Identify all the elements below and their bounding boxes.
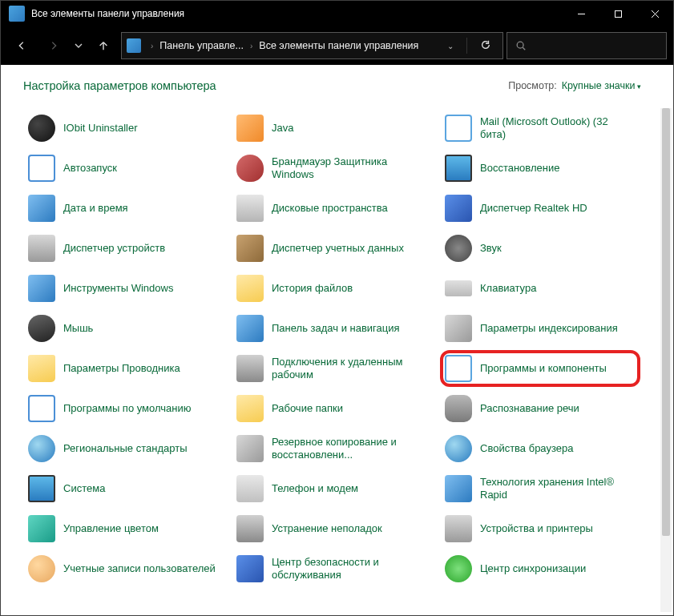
address-dropdown[interactable]: ⌄	[439, 42, 462, 50]
item-backup-restore-icon	[236, 435, 264, 462]
item-region[interactable]: Региональные стандарты	[23, 430, 224, 467]
item-device-manager[interactable]: Диспетчер устройств	[23, 230, 224, 267]
item-label: Java	[272, 122, 293, 135]
item-system-icon	[28, 475, 55, 502]
item-sound[interactable]: Звук	[440, 230, 640, 267]
item-troubleshooting[interactable]: Устранение неполадок	[232, 510, 432, 547]
item-label: Параметры индексирования	[480, 322, 618, 335]
minimize-button[interactable]	[563, 1, 599, 26]
item-iobit-uninstaller[interactable]: IObit Uninstaller	[23, 110, 224, 147]
items-grid: IObit UninstallerJavaMail (Microsoft Out…	[23, 110, 665, 587]
item-troubleshooting-icon	[236, 515, 264, 542]
item-work-folders[interactable]: Рабочие папки	[232, 390, 432, 427]
item-label: Центр синхронизации	[480, 562, 586, 575]
item-default-programs[interactable]: Программы по умолчанию	[23, 390, 224, 427]
chevron-right-icon[interactable]: ›	[146, 42, 158, 50]
item-color-management[interactable]: Управление цветом	[23, 510, 224, 547]
item-label: Программы и компоненты	[480, 362, 607, 375]
navbar: › Панель управле... › Все элементы панел…	[1, 26, 673, 65]
item-region-icon	[28, 435, 55, 462]
item-mail-outlook[interactable]: Mail (Microsoft Outlook) (32 бита)	[440, 110, 640, 147]
item-recovery-icon	[445, 155, 472, 182]
item-windows-tools-icon	[28, 275, 55, 302]
item-label: IObit Uninstaller	[63, 122, 137, 135]
content-area: Настройка параметров компьютера Просмотр…	[1, 65, 673, 615]
item-programs-and-features[interactable]: Программы и компоненты	[440, 350, 640, 387]
item-label: Резервное копирование и восстановлени...	[272, 436, 424, 462]
item-devices-printers[interactable]: Устройства и принтеры	[440, 510, 640, 547]
item-speech-recognition[interactable]: Распознавание речи	[440, 390, 640, 427]
item-autorun-icon	[28, 155, 55, 182]
nav-up-button[interactable]	[89, 32, 118, 59]
item-label: Параметры Проводника	[63, 362, 180, 375]
maximize-button[interactable]	[599, 1, 636, 26]
item-realtek-hd[interactable]: Диспетчер Realtek HD	[440, 190, 640, 227]
item-label: Дата и время	[63, 202, 128, 215]
item-default-programs-icon	[28, 395, 55, 422]
item-label: Клавиатура	[480, 282, 536, 295]
item-intel-rapid-storage[interactable]: Технология хранения Intel® Rapid	[440, 470, 640, 507]
item-label: Мышь	[63, 322, 93, 335]
item-devices-printers-icon	[445, 515, 472, 542]
item-label: Дисковые пространства	[272, 202, 388, 215]
control-panel-window: Все элементы панели управления › Панель …	[0, 0, 674, 616]
nav-forward-button[interactable]	[39, 32, 68, 59]
item-taskbar-navigation-icon	[236, 315, 264, 342]
item-label: Автозапуск	[63, 162, 117, 175]
item-user-accounts[interactable]: Учетные записи пользователей	[23, 550, 224, 587]
item-label: Восстановление	[480, 162, 559, 175]
item-realtek-hd-icon	[445, 195, 472, 222]
titlebar: Все элементы панели управления	[1, 1, 673, 26]
item-backup-restore[interactable]: Резервное копирование и восстановлени...	[232, 430, 432, 467]
item-security-maintenance[interactable]: Центр безопасности и обслуживания	[232, 550, 432, 587]
item-device-manager-icon	[28, 235, 55, 262]
close-button[interactable]	[636, 1, 673, 26]
nav-recent-dropdown[interactable]	[71, 32, 86, 59]
nav-back-button[interactable]	[7, 32, 36, 59]
item-iobit-uninstaller-icon	[28, 115, 55, 142]
item-label: Подключения к удаленным рабочим	[272, 356, 424, 382]
item-sync-center[interactable]: Центр синхронизации	[440, 550, 640, 587]
item-windows-tools[interactable]: Инструменты Windows	[23, 270, 224, 307]
page-heading: Настройка параметров компьютера	[23, 79, 508, 92]
item-intel-rapid-storage-icon	[445, 475, 472, 502]
item-label: Mail (Microsoft Outlook) (32 бита)	[480, 115, 632, 142]
item-defender-firewall[interactable]: Брандмауэр Защитника Windows	[232, 150, 432, 187]
breadcrumb-seg-2[interactable]: Все элементы панели управления	[259, 40, 418, 51]
item-label: Система	[63, 482, 105, 495]
search-input[interactable]	[507, 32, 667, 59]
item-keyboard-icon	[445, 280, 472, 296]
item-label: Инструменты Windows	[63, 282, 173, 295]
item-autorun[interactable]: Автозапуск	[23, 150, 224, 187]
item-recovery[interactable]: Восстановление	[440, 150, 640, 187]
item-remoteapp-connections[interactable]: Подключения к удаленным рабочим	[232, 350, 432, 387]
item-explorer-options[interactable]: Параметры Проводника	[23, 350, 224, 387]
item-defender-firewall-icon	[236, 155, 264, 182]
svg-line-5	[523, 47, 525, 50]
item-sound-icon	[445, 235, 472, 262]
item-storage-spaces[interactable]: Дисковые пространства	[232, 190, 432, 227]
item-mouse-icon	[28, 315, 55, 342]
item-file-history[interactable]: История файлов	[232, 270, 432, 307]
chevron-right-icon[interactable]: ›	[245, 42, 257, 50]
item-system[interactable]: Система	[23, 470, 224, 507]
view-by-dropdown[interactable]: Крупные значки	[562, 80, 641, 91]
refresh-button[interactable]	[472, 39, 499, 53]
item-label: Региональные стандарты	[63, 442, 187, 455]
item-label: Диспетчер устройств	[63, 242, 165, 255]
item-java[interactable]: Java	[232, 110, 432, 147]
item-internet-options[interactable]: Свойства браузера	[440, 430, 640, 467]
item-taskbar-navigation[interactable]: Панель задач и навигация	[232, 310, 432, 347]
item-credential-manager[interactable]: Диспетчер учетных данных	[232, 230, 432, 267]
item-mouse[interactable]: Мышь	[23, 310, 224, 347]
item-label: Звук	[480, 242, 502, 255]
view-by-label: Просмотр:	[508, 80, 557, 91]
breadcrumb-seg-1[interactable]: Панель управле...	[159, 40, 244, 51]
address-bar[interactable]: › Панель управле... › Все элементы панел…	[121, 32, 503, 59]
item-indexing-options[interactable]: Параметры индексирования	[440, 310, 640, 347]
scrollbar-thumb[interactable]	[662, 108, 670, 536]
item-phone-modem[interactable]: Телефон и модем	[232, 470, 432, 507]
item-date-time[interactable]: Дата и время	[23, 190, 224, 227]
item-keyboard[interactable]: Клавиатура	[440, 270, 640, 307]
vertical-scrollbar[interactable]	[660, 108, 672, 612]
